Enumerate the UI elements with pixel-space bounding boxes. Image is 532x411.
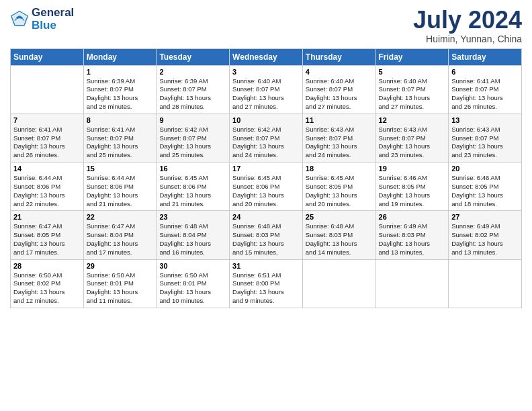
logo: General Blue xyxy=(10,7,74,32)
header-friday: Friday xyxy=(375,48,449,65)
day-number: 14 xyxy=(13,165,81,173)
day-number: 22 xyxy=(87,213,154,221)
day-number: 6 xyxy=(451,68,519,76)
page-header: General Blue July 2024 Huimin, Yunnan, C… xyxy=(10,7,522,44)
day-info: Sunrise: 6:47 AMSunset: 8:05 PMDaylight:… xyxy=(13,222,81,257)
day-info: Sunrise: 6:49 AMSunset: 8:02 PMDaylight:… xyxy=(451,222,519,257)
day-cell: 22Sunrise: 6:47 AMSunset: 8:04 PMDayligh… xyxy=(83,211,157,259)
day-number: 15 xyxy=(87,165,154,173)
header-sunday: Sunday xyxy=(11,48,84,65)
day-info: Sunrise: 6:43 AMSunset: 8:07 PMDaylight:… xyxy=(306,126,373,160)
day-number: 26 xyxy=(379,213,446,221)
logo-icon xyxy=(10,10,29,29)
day-number: 24 xyxy=(232,213,300,221)
day-cell: 27Sunrise: 6:49 AMSunset: 8:02 PMDayligh… xyxy=(449,211,522,259)
day-number: 13 xyxy=(451,116,519,124)
header-monday: Monday xyxy=(83,48,157,65)
day-number: 29 xyxy=(87,262,154,270)
logo-text: General Blue xyxy=(32,7,74,32)
day-number: 28 xyxy=(13,262,81,270)
day-cell: 5Sunrise: 6:40 AMSunset: 8:07 PMDaylight… xyxy=(375,65,449,113)
day-number: 4 xyxy=(306,68,373,76)
day-cell: 18Sunrise: 6:45 AMSunset: 8:05 PMDayligh… xyxy=(302,163,375,211)
header-wednesday: Wednesday xyxy=(230,48,303,65)
day-info: Sunrise: 6:44 AMSunset: 8:06 PMDaylight:… xyxy=(13,174,81,208)
day-cell: 13Sunrise: 6:43 AMSunset: 8:07 PMDayligh… xyxy=(449,113,522,162)
calendar-table: Sunday Monday Tuesday Wednesday Thursday… xyxy=(10,48,522,308)
day-info: Sunrise: 6:45 AMSunset: 8:05 PMDaylight:… xyxy=(306,174,373,208)
day-info: Sunrise: 6:41 AMSunset: 8:07 PMDaylight:… xyxy=(451,77,519,111)
day-number: 18 xyxy=(306,165,373,173)
day-info: Sunrise: 6:49 AMSunset: 8:03 PMDaylight:… xyxy=(379,222,446,257)
day-cell xyxy=(302,259,375,308)
day-info: Sunrise: 6:50 AMSunset: 8:01 PMDaylight:… xyxy=(159,271,226,306)
day-info: Sunrise: 6:39 AMSunset: 8:07 PMDaylight:… xyxy=(159,77,226,111)
day-info: Sunrise: 6:42 AMSunset: 8:07 PMDaylight:… xyxy=(232,126,300,160)
day-number: 9 xyxy=(159,116,226,124)
day-number: 5 xyxy=(379,68,446,76)
day-number: 23 xyxy=(159,213,226,221)
day-number: 27 xyxy=(451,213,519,221)
week-row-2: 7Sunrise: 6:41 AMSunset: 8:07 PMDaylight… xyxy=(11,113,522,162)
week-row-1: 1Sunrise: 6:39 AMSunset: 8:07 PMDaylight… xyxy=(11,65,522,113)
day-number: 10 xyxy=(232,116,300,124)
day-number: 7 xyxy=(13,116,81,124)
day-cell: 16Sunrise: 6:45 AMSunset: 8:06 PMDayligh… xyxy=(157,163,230,211)
title-block: July 2024 Huimin, Yunnan, China xyxy=(413,7,522,44)
day-cell: 29Sunrise: 6:50 AMSunset: 8:01 PMDayligh… xyxy=(83,259,157,308)
day-cell: 6Sunrise: 6:41 AMSunset: 8:07 PMDaylight… xyxy=(449,65,522,113)
day-cell xyxy=(11,65,84,113)
day-info: Sunrise: 6:40 AMSunset: 8:07 PMDaylight:… xyxy=(232,77,300,111)
week-row-4: 21Sunrise: 6:47 AMSunset: 8:05 PMDayligh… xyxy=(11,211,522,259)
day-cell: 4Sunrise: 6:40 AMSunset: 8:07 PMDaylight… xyxy=(302,65,375,113)
day-cell: 21Sunrise: 6:47 AMSunset: 8:05 PMDayligh… xyxy=(11,211,84,259)
day-cell: 24Sunrise: 6:48 AMSunset: 8:03 PMDayligh… xyxy=(230,211,303,259)
day-info: Sunrise: 6:44 AMSunset: 8:06 PMDaylight:… xyxy=(87,174,154,208)
calendar-title: July 2024 xyxy=(413,7,522,34)
day-cell: 26Sunrise: 6:49 AMSunset: 8:03 PMDayligh… xyxy=(375,211,449,259)
day-number: 3 xyxy=(232,68,300,76)
day-number: 20 xyxy=(451,165,519,173)
day-info: Sunrise: 6:50 AMSunset: 8:02 PMDaylight:… xyxy=(13,271,81,306)
day-cell: 19Sunrise: 6:46 AMSunset: 8:05 PMDayligh… xyxy=(375,163,449,211)
day-cell: 25Sunrise: 6:48 AMSunset: 8:03 PMDayligh… xyxy=(302,211,375,259)
day-number: 17 xyxy=(232,165,300,173)
week-row-5: 28Sunrise: 6:50 AMSunset: 8:02 PMDayligh… xyxy=(11,259,522,308)
day-cell xyxy=(375,259,449,308)
day-number: 30 xyxy=(159,262,226,270)
header-thursday: Thursday xyxy=(302,48,375,65)
day-number: 16 xyxy=(159,165,226,173)
day-number: 19 xyxy=(379,165,446,173)
day-cell: 10Sunrise: 6:42 AMSunset: 8:07 PMDayligh… xyxy=(230,113,303,162)
day-info: Sunrise: 6:43 AMSunset: 8:07 PMDaylight:… xyxy=(451,126,519,160)
day-cell xyxy=(449,259,522,308)
day-info: Sunrise: 6:41 AMSunset: 8:07 PMDaylight:… xyxy=(13,126,81,160)
day-cell: 1Sunrise: 6:39 AMSunset: 8:07 PMDaylight… xyxy=(83,65,157,113)
day-number: 1 xyxy=(87,68,154,76)
day-number: 25 xyxy=(306,213,373,221)
calendar-subtitle: Huimin, Yunnan, China xyxy=(413,34,522,44)
day-cell: 31Sunrise: 6:51 AMSunset: 8:00 PMDayligh… xyxy=(230,259,303,308)
day-info: Sunrise: 6:48 AMSunset: 8:03 PMDaylight:… xyxy=(232,222,300,257)
day-info: Sunrise: 6:45 AMSunset: 8:06 PMDaylight:… xyxy=(159,174,226,208)
day-cell: 17Sunrise: 6:45 AMSunset: 8:06 PMDayligh… xyxy=(230,163,303,211)
day-info: Sunrise: 6:46 AMSunset: 8:05 PMDaylight:… xyxy=(451,174,519,208)
day-info: Sunrise: 6:39 AMSunset: 8:07 PMDaylight:… xyxy=(87,77,154,111)
header-row: Sunday Monday Tuesday Wednesday Thursday… xyxy=(11,48,522,65)
day-info: Sunrise: 6:48 AMSunset: 8:04 PMDaylight:… xyxy=(159,222,226,257)
day-cell: 28Sunrise: 6:50 AMSunset: 8:02 PMDayligh… xyxy=(11,259,84,308)
day-cell: 30Sunrise: 6:50 AMSunset: 8:01 PMDayligh… xyxy=(157,259,230,308)
day-number: 8 xyxy=(87,116,154,124)
day-cell: 2Sunrise: 6:39 AMSunset: 8:07 PMDaylight… xyxy=(157,65,230,113)
day-cell: 8Sunrise: 6:41 AMSunset: 8:07 PMDaylight… xyxy=(83,113,157,162)
day-number: 2 xyxy=(159,68,226,76)
day-info: Sunrise: 6:45 AMSunset: 8:06 PMDaylight:… xyxy=(232,174,300,208)
header-saturday: Saturday xyxy=(449,48,522,65)
day-number: 31 xyxy=(232,262,300,270)
day-number: 21 xyxy=(13,213,81,221)
day-cell: 20Sunrise: 6:46 AMSunset: 8:05 PMDayligh… xyxy=(449,163,522,211)
day-cell: 9Sunrise: 6:42 AMSunset: 8:07 PMDaylight… xyxy=(157,113,230,162)
day-cell: 15Sunrise: 6:44 AMSunset: 8:06 PMDayligh… xyxy=(83,163,157,211)
week-row-3: 14Sunrise: 6:44 AMSunset: 8:06 PMDayligh… xyxy=(11,163,522,211)
day-cell: 14Sunrise: 6:44 AMSunset: 8:06 PMDayligh… xyxy=(11,163,84,211)
